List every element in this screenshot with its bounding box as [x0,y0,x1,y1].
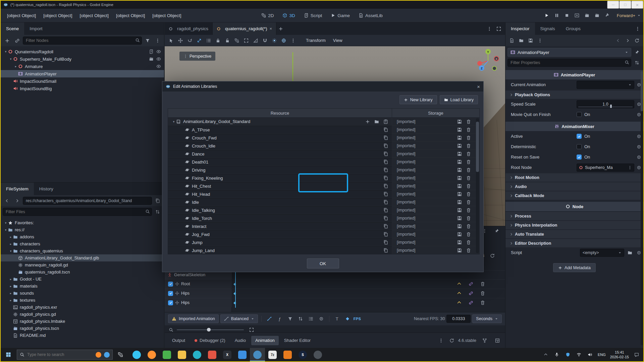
bottom-bar-menu-icon[interactable] [437,337,445,345]
animation-row[interactable]: Idle_Torch [imported] [168,214,479,222]
security-shield-icon[interactable] [565,351,571,358]
animation-row[interactable]: Death01 [imported] [168,158,479,166]
scene-dock-tab[interactable]: Import [24,22,48,35]
view-menu[interactable]: View [329,38,346,43]
spin-slider-handle[interactable] [610,105,612,108]
animation-row[interactable]: Interact [imported] [168,222,479,230]
taskbar-search-input[interactable] [27,352,93,357]
add-metadata-button[interactable]: Add Metadata [553,263,596,272]
animation-row[interactable]: A_TPose [imported] [168,126,479,134]
list-select-tool-icon[interactable] [204,37,213,45]
animation-row[interactable]: Dance [imported] [168,150,479,158]
copy-animation-icon[interactable] [382,126,389,133]
scene-tree-node[interactable]: ▾ QunaterniusRagdoll [1,48,164,55]
select-tool-icon[interactable] [167,37,175,45]
group-physics-interpolation[interactable]: Physics Interpolation [505,221,643,229]
animation-row[interactable]: Driving [imported] [168,166,479,174]
animation-row[interactable]: Jump_Land [imported] [168,246,479,254]
scene-tree-node[interactable]: ImpactSoundBig [1,85,164,92]
deterministic-checkbox[interactable] [577,144,582,149]
play-custom-scene-button[interactable] [583,11,591,19]
save-animation-icon[interactable] [456,167,463,173]
node-options-icon[interactable] [628,166,632,170]
clock[interactable]: 15:41 2026-02-15 [610,350,629,360]
load-library-button[interactable]: Load Library [440,95,478,104]
delete-animation-icon[interactable] [465,134,472,141]
animation-row[interactable]: Idle_Talking [imported] [168,206,479,214]
delete-animation-icon[interactable] [465,231,472,238]
copy-animation-icon[interactable] [382,142,389,149]
save-animation-icon[interactable] [456,150,463,157]
taskbar-app-dark[interactable]: X [220,348,235,361]
save-animation-icon[interactable] [456,239,463,246]
filesystem-dock-tab[interactable]: History [34,183,59,195]
delete-track-icon[interactable] [479,290,486,297]
edit-bezier-icon[interactable] [265,315,274,323]
copy-animation-icon[interactable] [382,134,389,141]
track-list-icon[interactable] [307,315,315,323]
expand-arrow[interactable]: ▾ [8,57,13,61]
current-animation-select[interactable] [577,81,634,89]
menu-item[interactable]: [object Object] [3,11,40,20]
imported-animation-warning[interactable]: Imported Animation [168,314,219,323]
group-audio[interactable]: Audio [505,182,643,191]
copy-animation-icon[interactable] [382,199,389,205]
bezier-pin-icon[interactable] [493,228,500,234]
delete-animation-icon[interactable] [465,223,472,230]
expand-arrow[interactable]: ▸ [8,292,13,295]
inspector-dock-tab[interactable]: Inspector [505,22,535,35]
microphone-icon[interactable] [553,351,560,358]
root-node-picker[interactable]: Superhero_Ma [577,164,634,172]
copy-animation-icon[interactable] [382,231,389,238]
notification-center-icon[interactable] [633,351,640,358]
taskbar-app-steam[interactable]: S [295,348,310,361]
copy-animation-icon[interactable] [382,175,389,181]
new-scene-tab-button[interactable] [276,25,285,33]
time-unit-select[interactable]: Seconds [472,314,502,323]
delete-animation-icon[interactable] [465,247,472,254]
maximize-button[interactable]: □ [619,1,631,9]
rotate-tool-icon[interactable] [185,37,194,45]
delete-animation-icon[interactable] [465,175,472,181]
instance-scene-button[interactable] [13,37,21,45]
add-animation-icon[interactable] [364,118,371,125]
function-icon[interactable]: ƒ [275,315,284,323]
workspace-tab[interactable]: 3D [279,11,298,20]
expand-arrow[interactable]: ▾ [3,228,8,232]
scene-tab[interactable]: quaternius_ragdoll(*) × [213,22,276,35]
taskbar-app-explorer[interactable] [174,348,190,361]
edited-node-select[interactable]: AnimationPlayer [507,48,631,57]
section-animationmixer[interactable]: AnimationMixer [505,122,643,131]
minimize-button[interactable]: ─ [607,1,619,9]
snap-mode-select[interactable]: Balanced [220,314,258,323]
save-animation-icon[interactable] [456,199,463,205]
taskbar-app-godot[interactable] [250,348,265,361]
animation-row[interactable]: Idle [imported] [168,198,479,206]
snap-magnet-icon[interactable] [261,37,269,45]
group-icon[interactable] [232,37,241,45]
delete-track-icon[interactable] [479,299,486,306]
save-animation-icon[interactable] [456,231,463,238]
taskbar-app-orange[interactable] [280,348,295,361]
scale-tool-icon[interactable] [195,37,204,45]
move-tool-icon[interactable] [176,37,185,45]
filesystem-item[interactable]: quaternius_ragdoll.tscn [1,268,164,276]
language-indicator[interactable]: ENG [598,353,606,357]
animation-row[interactable]: Hit_Head [imported] [168,190,479,198]
copy-animation-icon[interactable] [382,223,389,230]
filesystem-item[interactable]: ▸ characters [1,240,164,247]
version-control-icon[interactable] [480,337,489,345]
copy-animation-icon[interactable] [382,183,389,189]
unlock-icon[interactable] [223,37,232,45]
resource-menu-icon[interactable] [536,37,544,45]
taskbar-app-firefox[interactable] [144,348,159,361]
load-resource-icon[interactable] [517,37,526,45]
new-resource-icon[interactable] [507,37,516,45]
table-scrollbar[interactable] [476,118,479,253]
add-node-button[interactable] [3,37,11,45]
ruler-icon[interactable] [251,37,260,45]
section-animationplayer[interactable]: AnimationPlayer [505,70,643,79]
pin-inspector-icon[interactable] [633,48,641,56]
onion-skinning-icon[interactable]: T [333,315,341,323]
save-animation-icon[interactable] [456,134,463,141]
